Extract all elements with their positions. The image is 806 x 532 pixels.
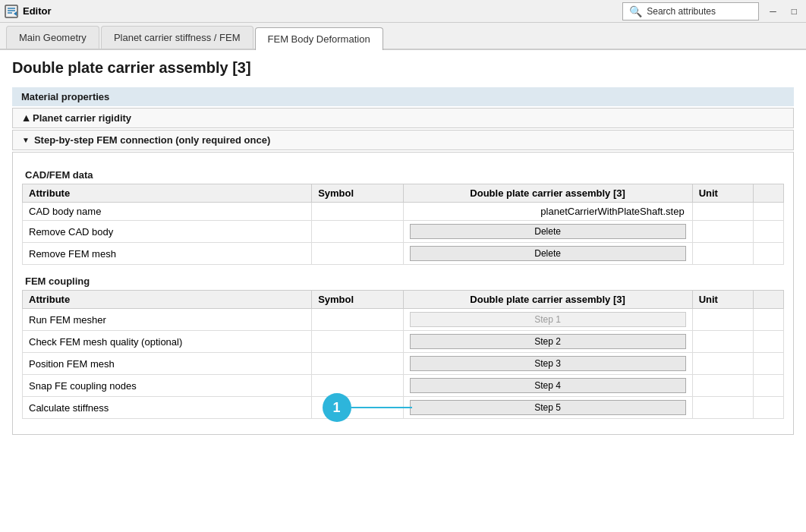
cad-body-name-symbol	[312, 203, 403, 221]
tab-main-geometry[interactable]: Main Geometry	[6, 26, 99, 49]
callout-connector: 1	[323, 393, 412, 422]
run-fem-mesher-label: Run FEM mesher	[23, 309, 312, 331]
remove-cad-body-value[interactable]: Delete	[403, 221, 692, 243]
snap-fe-coupling-value[interactable]: Step 4	[403, 375, 692, 397]
snap-fe-coupling-label: Snap FE coupling nodes	[23, 375, 312, 397]
calculate-stiffness-button[interactable]: Step 5	[410, 400, 686, 415]
tab-fem-body-deformation[interactable]: FEM Body Deformation	[255, 27, 383, 50]
remove-cad-body-label: Remove CAD body	[23, 221, 312, 243]
run-fem-mesher-button[interactable]: Step 1	[410, 312, 686, 327]
fem-coupling-title: FEM coupling	[22, 272, 784, 290]
calculate-stiffness-value[interactable]: Step 5	[403, 397, 692, 419]
remove-cad-body-button[interactable]: Delete	[410, 224, 686, 239]
run-fem-mesher-unit	[692, 309, 753, 331]
svg-rect-0	[5, 5, 17, 17]
table-row: Remove CAD body Delete	[23, 221, 784, 243]
position-fem-mesh-symbol	[312, 353, 403, 375]
position-fem-mesh-button[interactable]: Step 3	[410, 356, 686, 371]
svg-marker-4	[14, 11, 17, 16]
snap-fe-coupling-extra	[753, 375, 783, 397]
snap-fe-coupling-button[interactable]: Step 4	[410, 378, 686, 393]
snap-fe-coupling-unit	[692, 375, 753, 397]
check-fem-mesh-extra	[753, 331, 783, 353]
arrow-expanded-icon: ▼	[22, 136, 30, 144]
title-bar-title: Editor	[23, 5, 52, 17]
search-bar-label: Search attributes	[647, 6, 716, 17]
check-fem-mesh-unit	[692, 331, 753, 353]
fem-coupling-col-extra	[753, 291, 783, 309]
table-row: CAD body name planetCarrierWithPlateShaf…	[23, 203, 784, 221]
fem-coupling-section: FEM coupling Attribute Symbol Double pla…	[22, 272, 784, 419]
cad-fem-table: Attribute Symbol Double plate carrier as…	[22, 184, 784, 265]
main-content: Double plate carrier assembly [3] Materi…	[0, 50, 806, 532]
step-by-step-fem-header[interactable]: ▼ Step-by-step FEM connection (only requ…	[12, 130, 794, 150]
cad-fem-header-row: Attribute Symbol Double plate carrier as…	[23, 184, 784, 203]
arrow-icon: ▶	[21, 115, 30, 121]
remove-fem-mesh-button[interactable]: Delete	[410, 246, 686, 261]
maximize-button[interactable]: □	[787, 5, 801, 18]
fem-coupling-col-attribute: Attribute	[23, 291, 312, 309]
cad-fem-col-symbol: Symbol	[312, 184, 403, 203]
table-row: Position FEM mesh Step 3	[23, 353, 784, 375]
table-row: Run FEM mesher Step 1	[23, 309, 784, 331]
table-row: Remove FEM mesh Delete	[23, 243, 784, 265]
fem-coupling-col-unit: Unit	[692, 291, 753, 309]
calculate-stiffness-extra	[753, 397, 783, 419]
fem-coupling-header-row: Attribute Symbol Double plate carrier as…	[23, 291, 784, 309]
search-icon: 🔍	[629, 5, 642, 17]
title-bar-right: 🔍 Search attributes ─ □	[622, 2, 801, 20]
cad-fem-data-title: CAD/FEM data	[22, 166, 784, 184]
check-fem-mesh-symbol	[312, 331, 403, 353]
calculate-stiffness-label: Calculate stiffness	[23, 397, 312, 419]
page-title: Double plate carrier assembly [3]	[12, 59, 794, 77]
remove-cad-body-extra	[753, 221, 783, 243]
table-row: Check FEM mesh quality (optional) Step 2	[23, 331, 784, 353]
editor-icon	[5, 5, 18, 18]
run-fem-mesher-extra	[753, 309, 783, 331]
cad-fem-col-value: Double plate carrier assembly [3]	[403, 184, 692, 203]
fem-coupling-table: Attribute Symbol Double plate carrier as…	[22, 290, 784, 419]
remove-cad-body-symbol	[312, 221, 403, 243]
position-fem-mesh-extra	[753, 353, 783, 375]
fem-connection-content: CAD/FEM data Attribute Symbol Double pla…	[12, 152, 794, 435]
cad-fem-col-attribute: Attribute	[23, 184, 312, 203]
material-properties-header: Material properties	[12, 87, 794, 106]
check-fem-mesh-value[interactable]: Step 2	[403, 331, 692, 353]
calculate-stiffness-symbol: 1	[312, 397, 403, 419]
remove-fem-mesh-label: Remove FEM mesh	[23, 243, 312, 265]
minimize-button[interactable]: ─	[765, 5, 781, 18]
title-bar-left: Editor	[5, 5, 52, 18]
remove-fem-mesh-extra	[753, 243, 783, 265]
title-bar: Editor 🔍 Search attributes ─ □	[0, 0, 806, 23]
position-fem-mesh-label: Position FEM mesh	[23, 353, 312, 375]
tab-planet-carrier-stiffness[interactable]: Planet carrier stiffness / FEM	[101, 26, 253, 49]
run-fem-mesher-value[interactable]: Step 1	[403, 309, 692, 331]
run-fem-mesher-symbol	[312, 309, 403, 331]
remove-cad-body-unit	[692, 221, 753, 243]
position-fem-mesh-unit	[692, 353, 753, 375]
calculate-stiffness-unit	[692, 397, 753, 419]
table-row: Calculate stiffness 1	[23, 397, 784, 419]
cad-body-name-value: planetCarrierWithPlateShaft.step	[403, 203, 692, 221]
cad-body-name-label: CAD body name	[23, 203, 312, 221]
remove-fem-mesh-unit	[692, 243, 753, 265]
remove-fem-mesh-value[interactable]: Delete	[403, 243, 692, 265]
position-fem-mesh-value[interactable]: Step 3	[403, 353, 692, 375]
fem-coupling-col-value: Double plate carrier assembly [3]	[403, 291, 692, 309]
cad-fem-col-unit: Unit	[692, 184, 753, 203]
check-fem-mesh-label: Check FEM mesh quality (optional)	[23, 331, 312, 353]
remove-fem-mesh-symbol	[312, 243, 403, 265]
cad-fem-data-section: CAD/FEM data Attribute Symbol Double pla…	[22, 166, 784, 265]
planet-carrier-rigidity-header[interactable]: ▶ Planet carrier rigidity	[12, 108, 794, 128]
callout-line	[351, 407, 412, 408]
fem-coupling-col-symbol: Symbol	[312, 291, 403, 309]
cad-body-name-unit	[692, 203, 753, 221]
callout-badge: 1	[323, 393, 351, 422]
check-fem-mesh-button[interactable]: Step 2	[410, 334, 686, 349]
cad-fem-col-extra	[753, 184, 783, 203]
tab-bar: Main Geometry Planet carrier stiffness /…	[0, 23, 806, 50]
search-bar[interactable]: 🔍 Search attributes	[622, 2, 759, 20]
cad-body-name-extra	[753, 203, 783, 221]
